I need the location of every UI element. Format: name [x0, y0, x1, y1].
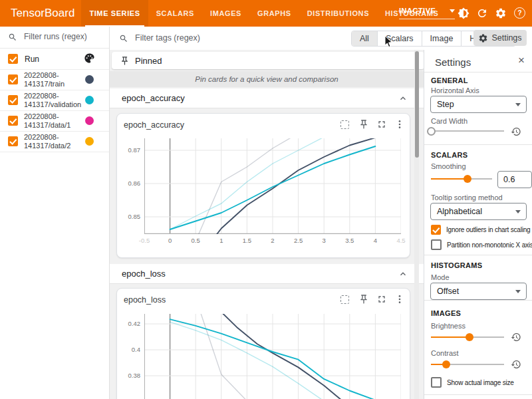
palette-icon[interactable] — [84, 53, 95, 64]
checkbox-unchecked-icon — [431, 377, 442, 388]
y-tick-label: 0.4 — [115, 346, 140, 353]
run-name-line1: 20220808- — [24, 112, 70, 121]
pinned-section: Pinned — [112, 52, 424, 69]
smoothing-input[interactable]: 0.6 — [497, 171, 532, 188]
run-checkbox[interactable] — [8, 95, 18, 105]
tooltip-sorting-select[interactable]: Alphabetical — [430, 203, 527, 220]
brightness-slider[interactable] — [431, 333, 504, 341]
chart-title: epoch_loss — [124, 295, 166, 305]
select-all-checkbox[interactable] — [8, 54, 18, 64]
run-name-line2: 141317/data/2 — [24, 142, 70, 150]
filter-scalars-button[interactable]: Scalars — [377, 31, 422, 46]
section-title: epoch_accuracy — [122, 93, 185, 103]
y-tick-label: 0.86 — [115, 180, 140, 187]
tab-images[interactable]: IMAGES — [202, 0, 249, 27]
tab-scalars[interactable]: SCALARS — [148, 0, 202, 27]
y-tick-label: 0.38 — [115, 372, 140, 379]
checkbox-label: Partition non-monotonic X axis — [447, 241, 532, 249]
show-actual-size-checkbox[interactable]: Show actual image size — [431, 377, 514, 388]
brightness-toggle-icon[interactable] — [458, 7, 469, 19]
run-name-line2: 141317/validation — [24, 100, 81, 109]
settings-panel: Settings × GENERAL Horizontal Axis Step … — [424, 50, 532, 399]
run-color-dot — [85, 116, 94, 125]
chart-title: epoch_accuracy — [124, 120, 184, 130]
tags-toolbar: All Scalars Image Histogram Settings — [110, 27, 532, 51]
runs-filter-input[interactable] — [23, 31, 105, 42]
run-color-dot — [85, 75, 94, 84]
run-name-line1: 20220808- — [24, 92, 81, 100]
tags-filter-input[interactable] — [134, 33, 303, 43]
checkbox-unchecked-icon — [431, 239, 442, 250]
epoch-accuracy-plot[interactable]: -0.500.511.522.533.544.50.850.860.87 — [144, 138, 401, 234]
close-icon[interactable]: × — [518, 54, 525, 67]
x-tick-label: 2 — [263, 237, 282, 244]
filter-all-button[interactable]: All — [352, 31, 377, 46]
slider-thumb[interactable] — [466, 333, 473, 341]
slider-thumb[interactable] — [464, 175, 471, 183]
tab-graphs[interactable]: GRAPHS — [249, 0, 299, 27]
settings-button[interactable]: Settings — [473, 30, 527, 46]
pin-icon[interactable] — [358, 119, 369, 130]
epoch-loss-card: epoch_loss -0.500.511.522.533.544.50.360… — [116, 288, 410, 399]
horizontal-axis-select[interactable]: Step — [430, 96, 527, 113]
run-row-data-2[interactable]: 20220808-141317/data/2 — [0, 131, 109, 152]
y-tick-label: 0.42 — [115, 320, 140, 327]
scrollbar-thumb[interactable] — [415, 51, 419, 158]
epoch-accuracy-card: epoch_accuracy -0.500.511.522.533.544.50… — [116, 113, 410, 258]
help-icon[interactable]: ? — [514, 7, 525, 19]
gear-icon — [478, 33, 488, 43]
chevron-down-icon — [515, 103, 521, 106]
run-name-line2: 141317/train — [24, 80, 65, 88]
run-checkbox[interactable] — [8, 116, 18, 126]
smoothing-slider[interactable] — [431, 175, 492, 183]
histogram-mode-select[interactable]: Offset — [430, 283, 527, 300]
run-row-validation[interactable]: 20220808-141317/validation — [0, 90, 109, 111]
horizontal-axis-label: Horizontal Axis — [431, 86, 479, 94]
pin-icon[interactable] — [358, 294, 369, 305]
tab-time-series[interactable]: TIME SERIES — [81, 0, 148, 27]
pin-icon — [120, 56, 130, 66]
reset-icon[interactable] — [511, 126, 521, 137]
section-epoch-accuracy[interactable]: epoch_accuracy — [110, 88, 424, 108]
fit-domain-icon[interactable] — [340, 295, 349, 304]
kebab-menu-icon[interactable] — [394, 119, 405, 130]
kebab-menu-icon[interactable] — [394, 294, 405, 305]
run-color-dot — [85, 96, 94, 104]
select-value: Step — [437, 100, 515, 109]
slider-thumb[interactable] — [442, 360, 450, 368]
fullscreen-icon[interactable] — [376, 294, 387, 305]
x-tick-label: 0 — [161, 237, 180, 244]
chevron-down-icon — [450, 9, 455, 13]
section-epoch-loss[interactable]: epoch_loss — [110, 264, 424, 284]
fullscreen-icon[interactable] — [376, 119, 387, 130]
fit-domain-icon[interactable] — [340, 120, 349, 129]
main-nav: TIME SERIES SCALARS IMAGES GRAPHS DISTRI… — [81, 0, 446, 27]
x-tick-label: -0.5 — [135, 237, 154, 244]
settings-button-label: Settings — [491, 33, 521, 43]
refresh-icon[interactable] — [476, 7, 488, 19]
runs-filter — [0, 27, 109, 49]
chevron-up-icon[interactable] — [398, 269, 408, 279]
run-checkbox[interactable] — [8, 74, 18, 84]
contrast-slider[interactable] — [431, 360, 504, 368]
status-select[interactable]: INACTIVE — [399, 7, 455, 19]
runs-header-row: Run — [0, 49, 109, 70]
run-checkbox[interactable] — [8, 136, 18, 146]
epoch-loss-plot[interactable]: -0.500.511.522.533.544.50.360.380.40.42 — [144, 314, 401, 399]
filter-image-button[interactable]: Image — [422, 31, 462, 46]
reset-icon[interactable] — [511, 359, 521, 370]
ignore-outliers-checkbox[interactable]: Ignore outliers in chart scaling — [431, 225, 530, 235]
y-tick-label: 0.85 — [115, 213, 140, 220]
card-width-slider[interactable] — [431, 127, 504, 135]
chevron-up-icon[interactable] — [398, 94, 408, 103]
gear-icon[interactable] — [495, 7, 507, 19]
run-row-train[interactable]: 20220808-141317/train — [0, 69, 109, 90]
brightness-label: Brightness — [431, 322, 466, 330]
run-row-data-1[interactable]: 20220808-141317/data/1 — [0, 110, 109, 132]
slider-thumb[interactable] — [427, 127, 436, 136]
reset-icon[interactable] — [511, 332, 521, 342]
partition-x-axis-checkbox[interactable]: Partition non-monotonic X axis ? — [431, 239, 532, 250]
tab-distributions[interactable]: DISTRIBUTIONS — [299, 0, 377, 27]
x-tick-label: 2.5 — [289, 237, 308, 244]
main-scrollbar[interactable] — [414, 50, 419, 399]
